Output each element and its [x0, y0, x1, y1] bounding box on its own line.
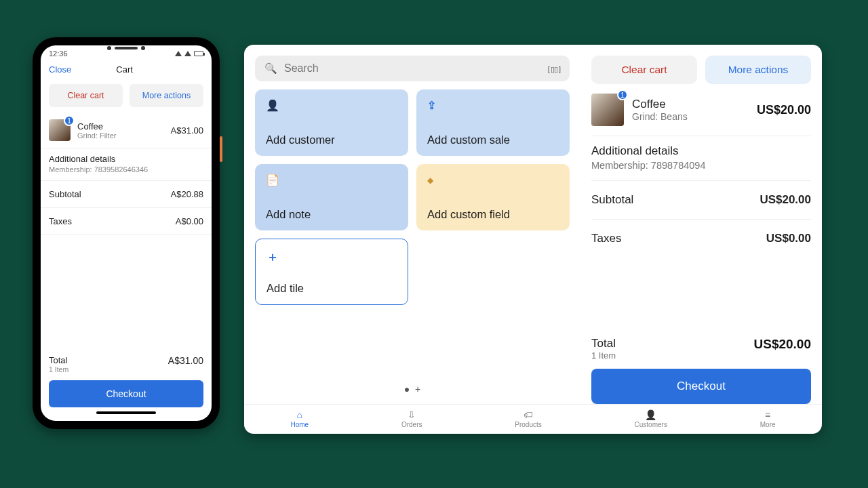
add-customer-tile[interactable]: Add customer: [255, 89, 408, 156]
tablet-body: Add customer Add custom sale Add note Ad…: [244, 45, 822, 404]
additional-details[interactable]: Additional details Membership: 789878409…: [591, 136, 811, 181]
tab-label: More: [760, 421, 776, 428]
cart-action-row: Clear cart More actions: [591, 56, 811, 84]
home-indicator: [96, 411, 156, 414]
phone-power-button: [220, 136, 222, 162]
phone-action-row: Clear cart More actions: [41, 79, 212, 113]
total-amount: A$31.00: [168, 355, 203, 366]
tab-label: Home: [290, 421, 309, 428]
total-row: Total 1 Item A$31.00: [49, 355, 203, 373]
subtotal-row: Subtotal US$20.00: [591, 181, 811, 220]
tablet-panel: Add customer Add custom sale Add note Ad…: [244, 45, 822, 434]
product-thumbnail: 1: [591, 94, 624, 126]
field-icon: [427, 174, 559, 186]
taxes-row: Taxes US$0.00: [591, 220, 811, 258]
product-variant: Grind: Filter: [77, 131, 164, 140]
product-meta: Coffee Grind: Filter: [77, 121, 164, 140]
taxes-value: US$0.00: [766, 232, 811, 245]
total-label: Total: [591, 337, 616, 350]
total-items: 1 Item: [49, 365, 68, 373]
cart-line-item[interactable]: 1 Coffee Grind: Filter A$31.00: [41, 113, 212, 148]
quantity-badge: 1: [64, 115, 75, 126]
additional-details-heading: Additional details: [49, 154, 203, 164]
tile-grid: Add customer Add custom sale Add note Ad…: [255, 89, 570, 305]
product-name: Coffee: [77, 121, 164, 131]
membership-value: Membership: 7898784094: [591, 160, 811, 171]
more-actions-button[interactable]: More actions: [705, 56, 811, 84]
phone-notch: [107, 45, 145, 52]
phone-footer: Total 1 Item A$31.00 Checkout: [41, 348, 212, 421]
close-button[interactable]: Close: [49, 64, 71, 75]
wifi-icon: [175, 51, 182, 56]
person-icon: [266, 99, 397, 112]
subtotal-row: Subtotal A$20.88: [41, 181, 212, 208]
add-custom-field-tile[interactable]: Add custom field: [416, 164, 570, 230]
barcode-icon[interactable]: [548, 62, 560, 75]
tile-label: Add custom sale: [427, 134, 559, 146]
quantity-badge: 1: [617, 89, 628, 100]
search-bar[interactable]: [255, 56, 570, 81]
checkout-button[interactable]: Checkout: [591, 369, 811, 404]
tile-label: Add note: [266, 208, 397, 221]
plus-icon: [267, 249, 397, 265]
total-items: 1 Item: [591, 350, 616, 361]
battery-icon: [194, 51, 203, 56]
phone-device-frame: 12:36 Close Cart Clear cart More actions…: [33, 37, 220, 429]
taxes-label: Taxes: [591, 232, 621, 245]
add-custom-sale-tile[interactable]: Add custom sale: [416, 89, 570, 156]
total-row: Total 1 Item US$20.00: [591, 337, 811, 361]
tab-home[interactable]: Home: [290, 410, 309, 428]
tab-label: Products: [515, 421, 541, 428]
orders-icon: [408, 410, 416, 420]
subtotal-value: US$20.00: [760, 193, 811, 207]
subtotal-label: Subtotal: [49, 189, 81, 199]
clear-cart-button[interactable]: Clear cart: [49, 84, 123, 107]
page-title: Cart: [116, 64, 133, 75]
phone-screen: 12:36 Close Cart Clear cart More actions…: [41, 45, 212, 421]
product-price: A$31.00: [171, 125, 203, 136]
tab-label: Customers: [635, 421, 667, 428]
checkout-button[interactable]: Checkout: [49, 380, 203, 407]
total-amount: US$20.00: [753, 337, 811, 352]
add-tile-button[interactable]: Add tile: [255, 239, 408, 305]
tab-customers[interactable]: Customers: [635, 410, 667, 428]
cart-line-item[interactable]: 1 Coffee Grind: Beans US$20.00: [591, 84, 811, 136]
phone-nav-bar: Close Cart: [41, 60, 212, 79]
tile-label: Add customer: [266, 134, 397, 146]
more-icon: [765, 410, 770, 420]
product-price: US$20.00: [757, 103, 811, 117]
additional-details[interactable]: Additional details Membership: 783958264…: [41, 148, 212, 181]
tag-icon: [524, 410, 533, 420]
taxes-row: Taxes A$0.00: [41, 208, 212, 235]
left-pane: Add customer Add custom sale Add note Ad…: [244, 45, 580, 404]
subtotal-value: A$20.88: [171, 189, 203, 199]
product-meta: Coffee Grind: Beans: [632, 98, 688, 122]
product-name: Coffee: [632, 98, 688, 111]
clear-cart-button[interactable]: Clear cart: [591, 56, 697, 84]
status-icons: [175, 51, 203, 56]
taxes-value: A$0.00: [176, 216, 203, 226]
additional-details-heading: Additional details: [591, 144, 811, 158]
cart-footer: Total 1 Item US$20.00 Checkout: [591, 329, 811, 404]
add-note-tile[interactable]: Add note: [255, 164, 408, 230]
status-time: 12:36: [49, 49, 68, 58]
person-icon: [645, 410, 656, 420]
page-indicator[interactable]: ● +: [255, 374, 570, 404]
search-input[interactable]: [284, 62, 541, 75]
tile-label: Add tile: [267, 282, 397, 295]
tab-more[interactable]: More: [760, 410, 776, 428]
bottom-tab-bar: Home Orders Products Customers More: [244, 404, 822, 434]
total-label: Total: [49, 355, 68, 365]
tab-products[interactable]: Products: [515, 410, 541, 428]
tab-label: Orders: [401, 421, 422, 428]
tile-label: Add custom field: [427, 208, 559, 221]
product-thumbnail: 1: [49, 119, 71, 141]
membership-value: Membership: 7839582646346: [49, 165, 203, 174]
tab-orders[interactable]: Orders: [401, 410, 422, 428]
more-actions-button[interactable]: More actions: [130, 84, 203, 107]
cart-pane: Clear cart More actions 1 Coffee Grind: …: [580, 45, 822, 404]
upload-icon: [427, 99, 559, 112]
home-icon: [297, 410, 302, 420]
taxes-label: Taxes: [49, 216, 72, 226]
subtotal-label: Subtotal: [591, 193, 633, 207]
